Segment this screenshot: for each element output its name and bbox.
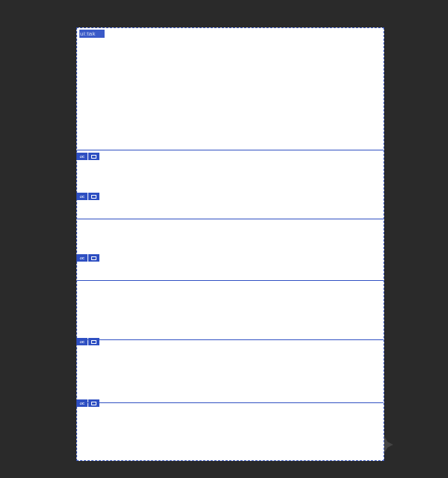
text-frame-icon[interactable]: oc (76, 193, 88, 200)
text-frame-icon[interactable]: oc (76, 153, 88, 160)
frame-badge-label: oc (80, 339, 85, 344)
frame-badge-label: oc (80, 194, 85, 199)
frame-handle-group[interactable]: oc (76, 338, 99, 345)
frame-handle-group[interactable]: oc (76, 399, 99, 407)
row-divider (77, 339, 383, 340)
row-divider (77, 280, 383, 281)
page-canvas[interactable]: ui:tak oc oc oc oc oc (76, 27, 384, 461)
image-frame-icon[interactable] (88, 254, 99, 262)
text-frame-icon[interactable]: oc (76, 399, 88, 407)
row-divider (77, 150, 383, 150)
frame-handle-group[interactable]: oc (76, 153, 99, 160)
row-divider (77, 219, 383, 219)
frame-badge-label: oc (80, 154, 85, 159)
frame-badge-label: oc (80, 256, 85, 260)
row-divider (77, 402, 383, 403)
image-frame-icon[interactable] (88, 193, 99, 200)
text-frame-icon[interactable]: oc (76, 254, 88, 262)
title-frame-badge[interactable]: ui:tak (79, 30, 105, 38)
title-frame-label: ui:tak (80, 30, 96, 37)
image-frame-icon[interactable] (88, 153, 99, 160)
frame-handle-group[interactable]: oc (76, 254, 99, 262)
frame-handle-group[interactable]: oc (76, 193, 99, 200)
frame-badge-label: oc (80, 401, 85, 405)
image-frame-icon[interactable] (88, 338, 99, 345)
text-frame-icon[interactable]: oc (76, 338, 88, 345)
image-frame-icon[interactable] (88, 399, 99, 407)
